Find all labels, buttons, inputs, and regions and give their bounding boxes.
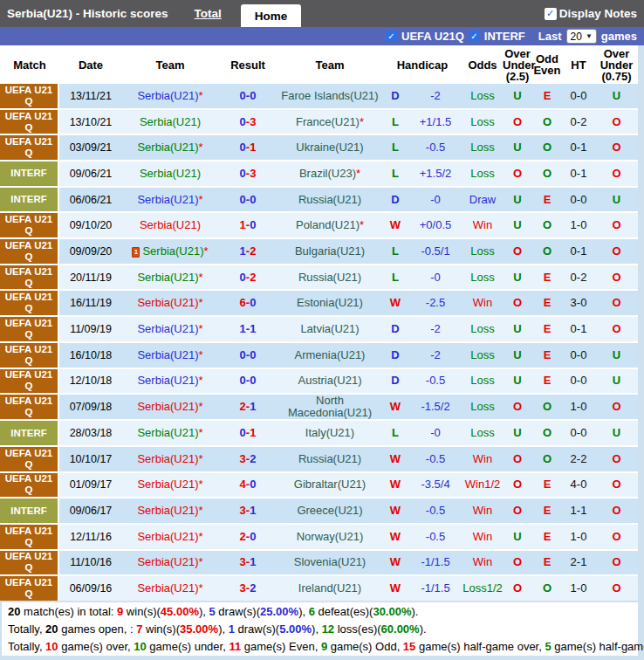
over-under-075-cell: O xyxy=(595,401,638,413)
handicap-cell: -0.5/1 xyxy=(408,245,462,258)
score-cell: 0-0 xyxy=(218,375,277,387)
summary-segment: 10 xyxy=(134,640,149,653)
handicap-cell: -0.5 xyxy=(408,531,462,543)
table-row: UEFA U21 Q12/11/16Serbia(U21)*2-0Norway(… xyxy=(0,525,638,549)
summary-segment: ). xyxy=(412,605,419,618)
home-team-cell: Serbia(U21)* xyxy=(122,453,218,465)
date-cell: 12/10/18 xyxy=(59,375,122,387)
summary-segment: loss(es)( xyxy=(338,622,381,636)
summary-segment: ), xyxy=(312,622,322,636)
score-cell: 3-2 xyxy=(218,582,277,595)
summary-segment: 12 xyxy=(322,622,338,636)
ht-cell: 0-0 xyxy=(562,349,595,361)
odd-even-cell: O xyxy=(532,427,562,439)
odd-even-cell: O xyxy=(532,245,562,258)
over-under-25-cell: U xyxy=(503,194,532,206)
summary-segment: 60.00% xyxy=(381,622,420,636)
wdl-cell: W xyxy=(382,556,408,568)
away-team-name: Brazil(U23) xyxy=(299,167,356,180)
handicap-cell: +1.5/2 xyxy=(408,168,462,180)
table-row: UEFA U21 Q11/09/19Serbia(U21)*1-1Latvia(… xyxy=(0,317,638,341)
home-team-cell: Serbia(U21)* xyxy=(122,582,218,595)
over-under-075-cell: O xyxy=(595,245,638,258)
away-team-cell: Italy(U21) xyxy=(277,427,382,439)
away-goals: 1 xyxy=(250,555,256,568)
summary-segment: 15 xyxy=(403,640,419,653)
odds-cell: Loss xyxy=(462,349,503,361)
summary-segment: game(s) half-game over, xyxy=(419,640,545,653)
over-under-075-cell: O xyxy=(595,272,638,284)
away-team-cell: Bulgaria(U21) xyxy=(277,245,382,258)
home-goals: 1 xyxy=(240,244,246,258)
summary-segment: ). xyxy=(420,622,427,636)
ht-cell: 1-0 xyxy=(562,219,595,231)
away-team-cell: Slovenia(U21) xyxy=(277,556,382,568)
home-team-star: * xyxy=(199,555,203,568)
league-cell: UEFA U21 Q xyxy=(0,551,59,575)
interf-checkbox[interactable]: ✓ xyxy=(469,31,480,42)
tab-home[interactable]: Home xyxy=(241,4,302,27)
col-header-result: Result xyxy=(218,59,277,71)
handicap-cell: -3.5/4 xyxy=(408,478,462,491)
away-team-cell: Greece(U21) xyxy=(277,505,382,517)
away-team-cell: Faroe Islands(U21) xyxy=(277,90,382,102)
over-under-075-cell: O xyxy=(595,168,638,180)
page-title: Serbia(U21) - Historic scores xyxy=(7,7,168,20)
wdl-cell: L xyxy=(382,168,408,180)
chevron-down-icon: ▼ xyxy=(586,32,593,40)
home-team-cell: Serbia(U21)* xyxy=(122,478,218,491)
date-cell: 06/06/21 xyxy=(59,194,122,206)
summary-segment: 20 xyxy=(8,605,24,618)
home-team-star: * xyxy=(199,322,203,335)
table-header-row: Match Date Team Result Team Handicap Odd… xyxy=(0,45,638,84)
handicap-cell: -0 xyxy=(408,427,462,439)
summary-line: Totally, 10 game(s) over, 10 game(s) und… xyxy=(8,638,638,656)
table-row: UEFA U21 Q06/09/16Serbia(U21)*3-2Ireland… xyxy=(0,576,638,601)
home-goals: 0 xyxy=(240,115,246,128)
wdl-cell: L xyxy=(382,141,408,154)
home-team-star: * xyxy=(199,400,203,413)
league-cell: UEFA U21 Q xyxy=(0,343,59,368)
games-count-select[interactable]: 20 ▼ xyxy=(566,29,597,44)
league-cell: UEFA U21 Q xyxy=(0,213,59,237)
wdl-cell: W xyxy=(382,401,408,413)
away-team-cell: Russia(U21) xyxy=(277,453,382,465)
summary-segment: 5 xyxy=(545,640,554,653)
away-team-cell: Latvia(U21) xyxy=(277,323,382,335)
col-header-over-under-075: Over Under (0.75) xyxy=(595,48,638,82)
display-notes-checkbox[interactable]: ✓ xyxy=(545,8,557,20)
last-label: Last xyxy=(538,30,562,43)
home-team-cell: Serbia(U21)* xyxy=(122,556,218,568)
col-header-team-away: Team xyxy=(277,59,382,71)
away-team-star: * xyxy=(360,115,364,128)
league-cell: UEFA U21 Q xyxy=(0,265,59,290)
uefa-u21q-checkbox[interactable]: ✓ xyxy=(386,31,397,42)
score-cell: 1-1 xyxy=(218,323,277,335)
over-under-25-cell: U xyxy=(503,272,532,284)
table-row: UEFA U21 Q10/10/17Serbia(U21)*3-2Russia(… xyxy=(0,447,638,471)
wdl-cell: W xyxy=(382,531,408,543)
away-team-name: Latvia(U21) xyxy=(300,322,359,335)
home-team-cell: Serbia(U21)* xyxy=(122,297,218,309)
home-team-cell: Serbia(U21)* xyxy=(122,272,218,284)
away-team-star: * xyxy=(356,167,360,180)
date-cell: 13/10/21 xyxy=(59,116,122,128)
ht-cell: 1-0 xyxy=(562,401,595,413)
home-team-star: * xyxy=(199,89,203,102)
home-team-name: Serbia(U21) xyxy=(142,244,203,258)
table-row: INTERF09/06/21Serbia(U21)0-3Brazil(U23)*… xyxy=(0,162,638,186)
odds-cell: Win xyxy=(462,297,503,309)
col-header-handicap: Handicap xyxy=(382,59,462,71)
titlebar: Serbia(U21) - Historic scores Total Home… xyxy=(0,0,644,27)
summary-line: Totally, 20 games open, : 7 win(s)(35.00… xyxy=(8,621,638,638)
home-team-star: * xyxy=(199,348,203,361)
home-team-star: * xyxy=(199,504,203,517)
date-cell: 11/10/16 xyxy=(59,556,122,568)
table-row: UEFA U21 Q16/10/18Serbia(U21)*0-0Armenia… xyxy=(0,343,638,368)
ht-cell: 1-0 xyxy=(562,582,595,595)
tab-total[interactable]: Total xyxy=(195,7,222,20)
home-team-cell: 1Serbia(U21)* xyxy=(122,245,218,258)
score-cell: 0-1 xyxy=(218,427,277,439)
home-team-name: Serbia(U21) xyxy=(137,452,198,465)
odd-even-cell: E xyxy=(532,323,562,335)
